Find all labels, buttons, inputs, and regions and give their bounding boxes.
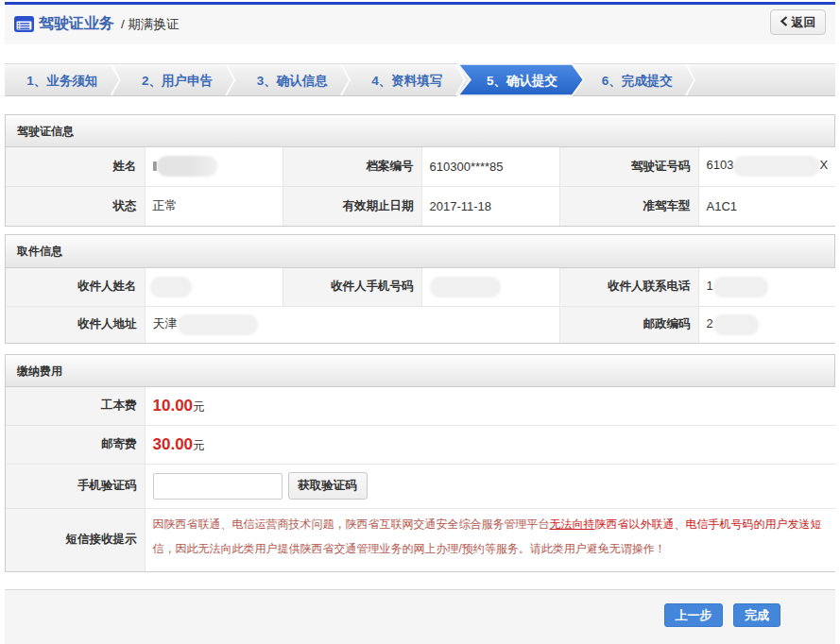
svg-text:6、完成提交: 6、完成提交 <box>602 74 674 88</box>
svg-text:2、用户申告: 2、用户申告 <box>142 73 214 88</box>
svg-text:1、业务须知: 1、业务须知 <box>26 74 97 88</box>
svg-text:4、资料填写: 4、资料填写 <box>371 74 442 88</box>
svg-text:5、确认提交: 5、确认提交 <box>487 74 558 88</box>
svg-text:3、确认信息: 3、确认信息 <box>257 74 329 88</box>
